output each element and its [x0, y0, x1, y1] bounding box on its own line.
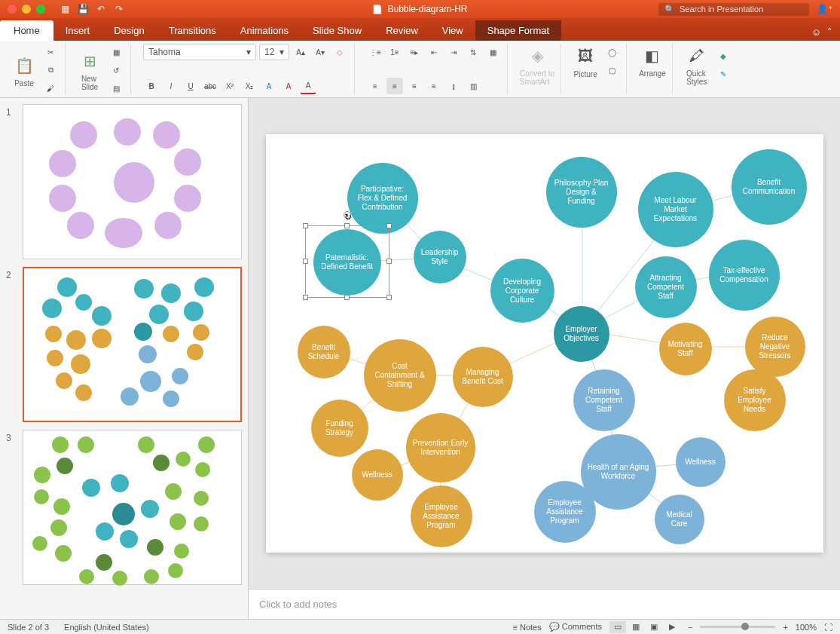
- increase-font-button[interactable]: A▴: [292, 44, 309, 60]
- shape-outline-button[interactable]: ✎: [715, 66, 732, 82]
- align-right-button[interactable]: ≡: [406, 78, 423, 94]
- slide-thumbnail-1[interactable]: [23, 104, 242, 259]
- bubble-benefit-comm[interactable]: Benefit Communication: [732, 149, 807, 225]
- decrease-font-button[interactable]: A▾: [312, 44, 328, 60]
- tab-shape-format[interactable]: Shape Format: [475, 20, 561, 41]
- zoom-level-label[interactable]: 100%: [796, 623, 817, 632]
- tab-home[interactable]: Home: [0, 20, 53, 41]
- underline-button[interactable]: U: [182, 78, 199, 94]
- tab-transitions[interactable]: Transitions: [157, 20, 228, 41]
- slideshow-view-button[interactable]: ▶: [664, 621, 680, 633]
- numbering-button[interactable]: 1≡: [386, 44, 403, 60]
- line-spacing-button[interactable]: ⇅: [465, 44, 481, 60]
- picture-button[interactable]: 🖼: [573, 44, 597, 69]
- strike-button[interactable]: abc: [202, 78, 218, 94]
- bubble-meet-labour[interactable]: Meet Labour Market Expectations: [638, 172, 713, 247]
- fit-view-button[interactable]: ⛶: [824, 623, 832, 632]
- zoom-out-button[interactable]: −: [688, 623, 692, 632]
- subscript-button[interactable]: X₂: [241, 78, 258, 94]
- bold-button[interactable]: B: [143, 78, 160, 94]
- slide-thumbnail-3[interactable]: [23, 430, 242, 585]
- notes-pane[interactable]: Click to add notes: [249, 589, 840, 619]
- search-input[interactable]: [680, 5, 803, 14]
- minimize-window-button[interactable]: [22, 5, 31, 14]
- tab-insert[interactable]: Insert: [53, 20, 102, 41]
- italic-button[interactable]: I: [163, 78, 179, 94]
- autosave-icon[interactable]: ▦: [59, 3, 71, 15]
- multilevel-button[interactable]: ≡▸: [406, 44, 423, 60]
- bullets-button[interactable]: ⋮≡: [367, 44, 383, 60]
- highlight-button[interactable]: A: [280, 78, 297, 94]
- align-left-button[interactable]: ≡: [367, 78, 383, 94]
- decrease-indent-button[interactable]: ⇤: [426, 44, 442, 60]
- reading-view-button[interactable]: ▣: [646, 621, 662, 633]
- paste-button[interactable]: 📋: [12, 54, 36, 78]
- zoom-in-button[interactable]: +: [783, 623, 787, 632]
- bubble-participative[interactable]: Participative: Flex & Defined Contributi…: [347, 163, 418, 234]
- maximize-window-button[interactable]: [36, 5, 45, 14]
- bubble-retaining[interactable]: Retaining Competent Staff: [573, 369, 635, 431]
- tab-design[interactable]: Design: [102, 20, 156, 41]
- justify-button[interactable]: ≡: [426, 78, 442, 94]
- bubble-cost-cont[interactable]: Cost Containment & Shifting: [364, 339, 436, 412]
- textbox-button[interactable]: ▢: [603, 62, 620, 78]
- bubble-managing[interactable]: Managing Benefit Cost: [453, 347, 513, 407]
- format-painter-button[interactable]: 🖌: [42, 80, 59, 96]
- section-button[interactable]: ▤: [108, 80, 124, 96]
- close-window-button[interactable]: [8, 5, 17, 14]
- font-name-select[interactable]: Tahoma▾: [143, 44, 256, 60]
- cut-button[interactable]: ✂: [42, 44, 59, 60]
- sorter-view-button[interactable]: ▦: [628, 621, 644, 633]
- align-vert-button[interactable]: ⫿: [445, 78, 462, 94]
- bubble-funding[interactable]: Funding Strategy: [311, 400, 368, 457]
- bubble-attracting[interactable]: Attracting Competent Staff: [635, 256, 697, 318]
- slide-thumbnail-2[interactable]: [23, 267, 242, 422]
- shape-fill-button[interactable]: ◆: [715, 47, 732, 64]
- comments-toggle[interactable]: 💬 Comments: [549, 622, 602, 632]
- superscript-button[interactable]: X²: [221, 78, 238, 94]
- font-size-select[interactable]: 12▾: [259, 44, 289, 60]
- zoom-slider[interactable]: [700, 626, 775, 628]
- new-slide-button[interactable]: ⊞: [78, 49, 102, 73]
- quick-styles-button[interactable]: 🖍: [685, 44, 709, 68]
- increase-indent-button[interactable]: ⇥: [445, 44, 462, 60]
- bubble-eap-o[interactable]: Employee Assistance Program: [411, 485, 472, 547]
- columns-button[interactable]: ▥: [465, 78, 481, 94]
- redo-icon[interactable]: ↷: [113, 3, 125, 15]
- bubble-developing[interactable]: Developing Corporate Culture: [490, 259, 554, 323]
- bubble-satisfy[interactable]: Satisfy Employee Needs: [724, 369, 786, 431]
- bubble-tax-eff[interactable]: Tax-effective Compensation: [709, 240, 780, 311]
- bubble-reduce-neg[interactable]: Reduce Negative Stressors: [745, 317, 805, 377]
- normal-view-button[interactable]: ▭: [609, 621, 626, 633]
- rotate-handle-icon[interactable]: ↻: [344, 211, 351, 219]
- search-box[interactable]: 🔍: [658, 3, 809, 16]
- selected-shape-frame[interactable]: Paternalistic: Defined Benefit ↻: [306, 226, 389, 297]
- bubble-leadership[interactable]: Leadership Style: [414, 231, 466, 283]
- layout-button[interactable]: ▦: [108, 44, 124, 60]
- bubble-employer-obj[interactable]: Employer Objectives: [554, 306, 609, 362]
- bubble-eap-b[interactable]: Employee Assistance Program: [534, 481, 596, 543]
- shapes-button[interactable]: ◯: [603, 44, 620, 60]
- text-direction-button[interactable]: ▦: [484, 44, 501, 60]
- font-color-button[interactable]: A: [300, 78, 316, 94]
- bubble-wellness-o[interactable]: Wellness: [352, 449, 403, 501]
- slide-thumbnails-panel[interactable]: 1 2: [0, 98, 249, 619]
- save-icon[interactable]: 💾: [77, 3, 89, 15]
- slide-canvas[interactable]: Participative: Flex & Defined Contributi…: [266, 134, 823, 553]
- smartart-button[interactable]: ◈: [525, 44, 549, 68]
- clear-format-button[interactable]: ◇: [331, 44, 348, 60]
- arrange-button[interactable]: ◧: [640, 44, 664, 68]
- undo-icon[interactable]: ↶: [95, 3, 107, 15]
- bubble-prevention[interactable]: Prevention Early Intervention: [406, 413, 475, 482]
- bubble-medical[interactable]: Medical Care: [655, 495, 704, 544]
- align-center-button[interactable]: ≡: [386, 78, 403, 94]
- tab-view[interactable]: View: [430, 20, 475, 41]
- collapse-ribbon-icon[interactable]: ˄: [827, 26, 832, 38]
- bubble-motivating[interactable]: Motivating Staff: [659, 323, 712, 375]
- tab-slideshow[interactable]: Slide Show: [301, 20, 374, 41]
- text-effects-button[interactable]: A: [261, 78, 277, 94]
- reset-button[interactable]: ↺: [108, 62, 124, 78]
- emoji-icon[interactable]: ☺: [811, 26, 821, 38]
- bubble-wellness-b[interactable]: Wellness: [676, 437, 725, 487]
- bubble-philosophy[interactable]: Philosophy Plan Design & Funding: [546, 157, 617, 228]
